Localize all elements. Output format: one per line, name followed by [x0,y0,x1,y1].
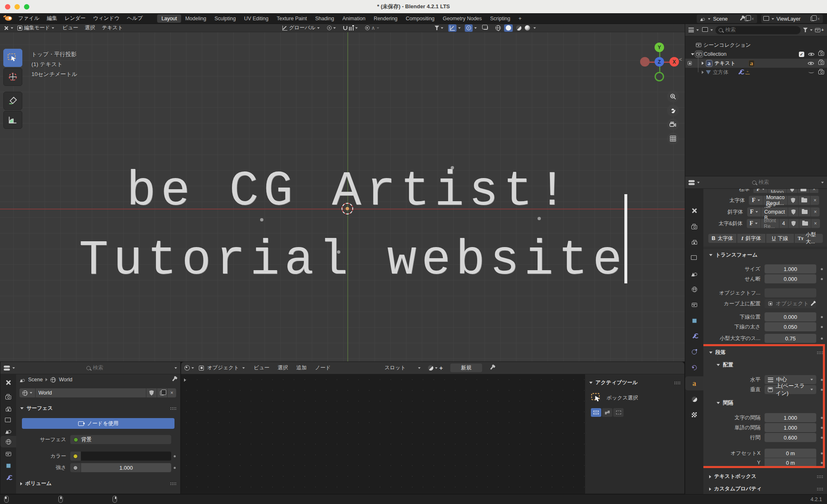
drag-dots-icon[interactable] [674,381,680,384]
shading-rendered-button[interactable] [525,25,530,31]
gizmo-axis-z[interactable]: Z [655,57,664,67]
font-bold-italic-value[interactable]: Bfont Re... [761,219,779,228]
alignment-subsection-header[interactable]: 配置 [717,361,733,368]
unlink-button[interactable]: × [811,219,820,228]
fake-user-button[interactable] [146,388,157,397]
italic-toggle[interactable]: I斜字体 [737,234,765,243]
new-material-button[interactable]: 新規 [450,364,482,372]
menu-render[interactable]: レンダー [61,15,89,22]
strength-field[interactable]: 1.000 [81,463,171,472]
animate-dot[interactable] [821,437,823,439]
tab-modeling[interactable]: Modeling [181,14,210,23]
editor-type-icon[interactable] [184,365,190,371]
viewlayer-selector[interactable]: ViewLayer × [761,14,823,23]
tab-animation[interactable]: Animation [338,14,370,23]
user-count-badge[interactable]: 4 [779,219,788,228]
tab-collection[interactable] [685,298,703,312]
underline-thickness-field[interactable]: 0.050 [765,322,816,331]
eyedropper-icon[interactable] [810,302,815,306]
gizmo-axis-y-neg[interactable] [655,72,664,81]
char-spacing-field[interactable]: 1.000 [765,413,816,422]
tab-rendering[interactable]: Rendering [370,14,402,23]
tab-modifiers[interactable] [685,329,703,343]
fake-user-button[interactable] [788,196,798,205]
eye-icon[interactable] [808,52,815,57]
snap-target-icon[interactable] [349,27,354,31]
tab-physics[interactable] [685,345,703,359]
volume-section-header[interactable]: ボリューム [20,480,180,487]
eye-icon[interactable] [808,61,814,66]
small-caps-toggle[interactable]: Tт小型大... [795,234,823,243]
transform-section-header[interactable]: トランスフォーム [709,252,758,259]
tab-shading[interactable]: Shading [311,14,338,23]
shear-field[interactable]: 0.000 [765,274,816,283]
small-caps-scale-field[interactable]: 0.75 [765,334,816,343]
collection-checkbox[interactable]: ✓ [799,52,804,57]
show-gizmo-toggle[interactable] [448,24,457,32]
expand-icon[interactable] [702,62,704,65]
bold-toggle[interactable]: B太字体 [708,234,736,243]
word-spacing-field[interactable]: 1.000 [765,423,816,432]
copy-icon[interactable] [745,17,749,21]
add-workspace-button[interactable]: + [514,14,526,23]
tab-texture[interactable] [685,408,703,422]
tab-render[interactable] [685,219,703,233]
tab-compositing[interactable]: Compositing [402,14,438,23]
minimize-window-button[interactable] [14,4,20,10]
display-mode-icon[interactable] [688,28,694,32]
select-mode-extend[interactable] [602,408,612,417]
animate-dot[interactable] [821,462,823,464]
tab-tool[interactable] [685,204,703,218]
tab-layout[interactable]: Layout [157,14,181,23]
pan-button[interactable] [667,105,679,116]
chevron-down-icon[interactable] [174,367,177,369]
breadcrumb-scene[interactable]: Scene [28,377,43,383]
tab-world[interactable] [0,436,16,447]
properties-search-input[interactable]: 検索 [702,179,819,186]
expand-icon[interactable] [691,53,694,55]
menu-file[interactable]: ファイル [14,15,43,22]
use-nodes-button[interactable]: ノードを使用 [22,418,174,429]
shading-wireframe-button[interactable] [495,25,501,31]
animate-dot[interactable] [821,452,823,454]
tab-scene[interactable] [685,266,703,281]
shading-solid-button[interactable] [504,24,513,32]
open-font-button[interactable] [798,189,809,193]
falloff-curve-icon[interactable]: ∧ [371,25,375,31]
menu-select[interactable]: 選択 [81,24,98,31]
textbox-section-header[interactable]: テキストボックス [709,473,827,480]
tab-modifiers[interactable] [0,472,16,484]
menu-window[interactable]: ウィンドウ [89,15,123,22]
offset-x-field[interactable]: 0 m [765,449,816,458]
offset-y-field[interactable]: 0 m [765,458,816,467]
zoom-button[interactable] [667,90,679,102]
unlink-button[interactable]: × [810,189,818,193]
select-mode-subtract[interactable] [613,408,624,417]
tab-scene[interactable] [0,425,16,437]
animate-dot[interactable] [821,417,823,419]
snap-magnet-icon[interactable] [343,26,347,30]
menu-text[interactable]: テキスト [98,24,126,31]
gizmo-axis-y[interactable]: Y [655,43,664,52]
properties-editor-icon[interactable] [688,180,695,185]
menu-select[interactable]: 選択 [275,364,292,371]
drag-dots-icon[interactable] [817,475,823,478]
pivot-point-icon[interactable] [327,26,332,30]
tab-object[interactable] [685,314,703,328]
animate-dot[interactable] [821,389,823,391]
copy-datablock-button[interactable] [157,388,167,397]
animate-dot[interactable] [174,455,176,457]
paragraph-section-header[interactable]: 段落 [709,349,827,356]
properties-editor-icon[interactable] [4,366,10,371]
tab-output[interactable] [685,235,703,249]
perspective-toggle-button[interactable] [667,133,679,145]
close-icon[interactable]: × [751,16,754,22]
spacing-subsection-header[interactable]: 間隔 [717,399,733,407]
close-icon[interactable]: × [817,16,820,22]
pin-icon[interactable] [490,366,493,370]
eye-closed-icon[interactable] [808,70,814,73]
menu-help[interactable]: ヘルプ [123,15,146,22]
object-font-field[interactable] [765,288,816,297]
open-font-button[interactable] [799,219,811,228]
outliner-row-text[interactable]: a テキスト a [685,59,827,68]
